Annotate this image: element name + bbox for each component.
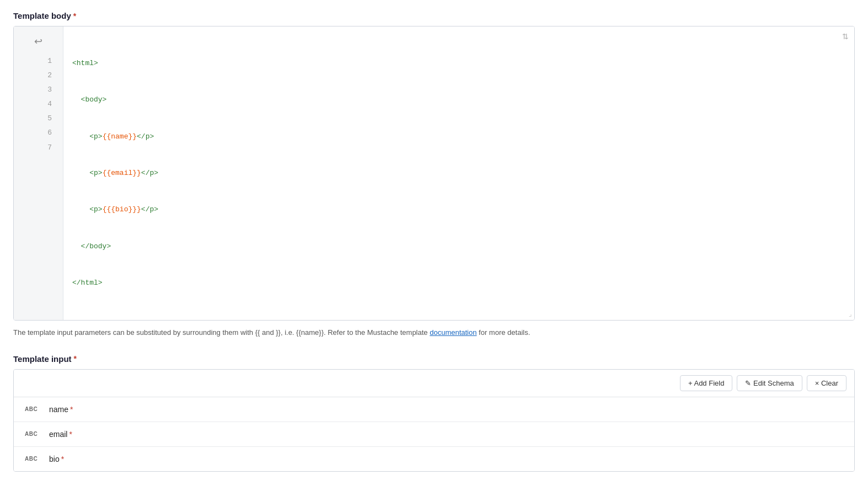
line-numbers-gutter: ↩ 1 2 3 4 5 6 7 (14, 26, 63, 320)
template-input-required: * (74, 354, 77, 363)
line-num-5: 5 (14, 111, 63, 126)
field-type-bio: ABC (25, 456, 41, 462)
edit-schema-button[interactable]: ✎ Edit Schema (737, 375, 802, 391)
helper-text-after: for more details. (476, 328, 530, 337)
resize-handle[interactable]: ⌟ (849, 310, 852, 318)
field-label-email: email (49, 430, 67, 439)
input-table-toolbar: + Add Field ✎ Edit Schema × Clear (14, 370, 854, 397)
field-label-bio: bio (49, 455, 60, 463)
line-num-7: 7 (14, 141, 63, 155)
code-editor[interactable]: ↩ 1 2 3 4 5 6 7 <html> <body> <p>{{name}… (14, 26, 854, 320)
code-line-7: </html> (72, 277, 845, 289)
code-line-4: <p>{{email}}</p> (72, 167, 845, 179)
template-body-helper: The template input parameters can be sub… (13, 327, 855, 339)
field-required-name: * (70, 405, 73, 414)
line-num-6: 6 (14, 126, 63, 140)
clear-button[interactable]: × Clear (807, 375, 846, 391)
field-type-email: ABC (25, 431, 41, 437)
template-body-required: * (73, 12, 76, 20)
expand-icon[interactable]: ⇅ (842, 32, 849, 41)
template-input-title: Template input (13, 354, 72, 364)
documentation-link[interactable]: documentation (430, 328, 476, 337)
template-input-section: Template input * + Add Field ✎ Edit Sche… (13, 354, 855, 480)
field-required-bio: * (61, 455, 64, 463)
undo-icon: ↩ (34, 35, 42, 47)
add-field-button[interactable]: + Add Field (680, 375, 732, 391)
code-line-6: </body> (72, 241, 845, 253)
line-num-1: 1 (14, 54, 63, 68)
helper-text-before: The template input parameters can be sub… (13, 328, 430, 337)
template-body-section: Template body * ↩ 1 2 3 4 5 6 7 <html> <… (13, 11, 855, 339)
template-body-title: Template body (13, 11, 71, 20)
line-num-3: 3 (14, 83, 63, 97)
undo-icon-area: ↩ (28, 33, 49, 54)
line-num-2: 2 (14, 68, 63, 83)
field-required-email: * (69, 430, 72, 439)
field-row-name: ABC name * (14, 397, 854, 422)
code-line-1: <html> (72, 57, 845, 70)
field-row-bio: ABC bio * (14, 447, 854, 471)
code-line-2: <body> (72, 94, 845, 106)
code-content[interactable]: <html> <body> <p>{{name}}</p> <p>{{email… (63, 26, 854, 320)
code-line-3: <p>{{name}}</p> (72, 131, 845, 143)
code-editor-wrapper[interactable]: ↩ 1 2 3 4 5 6 7 <html> <body> <p>{{name}… (13, 26, 855, 321)
input-table-wrapper: + Add Field ✎ Edit Schema × Clear ABC na… (13, 369, 855, 472)
line-num-4: 4 (14, 97, 63, 111)
code-line-5: <p>{{{bio}}}</p> (72, 204, 845, 216)
field-type-name: ABC (25, 406, 41, 412)
field-label-name: name (49, 405, 68, 414)
field-row-email: ABC email * (14, 422, 854, 447)
